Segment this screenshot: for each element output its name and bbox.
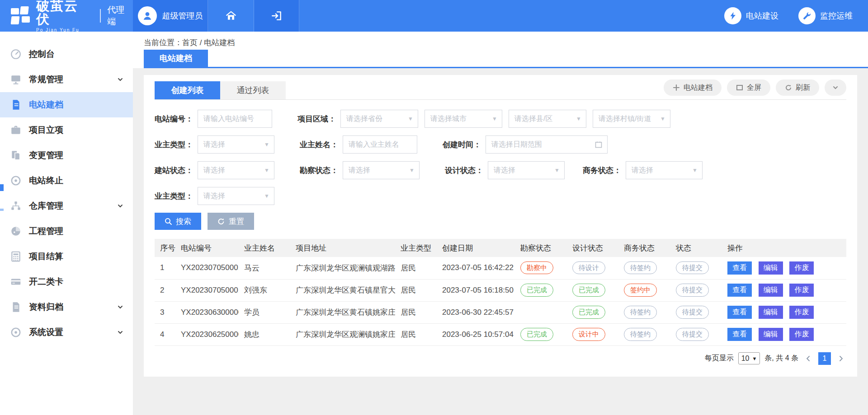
view-button[interactable]: 查看 <box>727 261 752 275</box>
status-badge: 签约中 <box>624 284 657 296</box>
monitor-icon <box>10 74 22 85</box>
sidebar-item-label: 电站建档 <box>29 99 63 111</box>
sidebar-item-label: 电站终止 <box>29 175 63 187</box>
caret-down-icon: ▼ <box>264 167 269 173</box>
refresh-button[interactable]: 刷新 <box>776 79 819 96</box>
void-button[interactable]: 作废 <box>789 306 814 319</box>
filter-form: 电站编号： 项目区域： 请选择省份▼ 请选择城市▼ 请选择县/区▼ 请选择村镇/… <box>155 100 846 205</box>
reset-icon <box>217 218 225 225</box>
user-name-label: 超级管理员 <box>162 10 203 21</box>
void-button[interactable]: 作废 <box>789 261 814 275</box>
create-station-button[interactable]: 电站建档 <box>664 79 722 96</box>
sidebar-item-label: 工程管理 <box>29 225 63 237</box>
caret-down-icon: ▼ <box>554 167 560 173</box>
sidebar-item-project-approval[interactable]: 项目立项 <box>0 117 133 143</box>
status-badge: 待提交 <box>676 284 709 296</box>
document-icon <box>10 99 22 111</box>
station-code-input[interactable] <box>198 110 272 128</box>
sidebar-item-label: 项目立项 <box>29 124 63 136</box>
nav-monitor-ops[interactable]: 监控运维 <box>798 7 853 24</box>
status-badge: 待提交 <box>676 328 709 340</box>
sidebar-item-warehouse-mgmt[interactable]: 仓库管理 <box>0 193 133 219</box>
col-type: 业主类型 <box>395 239 437 257</box>
sidebar-item-console[interactable]: 控制台 <box>0 42 133 67</box>
void-button[interactable]: 作废 <box>789 284 814 297</box>
edit-button[interactable]: 编辑 <box>759 284 783 297</box>
status-badge: 设计中 <box>572 328 605 340</box>
survey-status-select[interactable]: 请选择▼ <box>343 161 420 179</box>
settings-target-icon <box>10 326 22 338</box>
copy-icon <box>10 149 22 161</box>
sidebar-item-label: 常规管理 <box>29 74 63 85</box>
logout-button[interactable] <box>254 0 299 32</box>
city-select[interactable]: 请选择城市▼ <box>425 110 502 128</box>
sidebar-item-station-archive[interactable]: 电站建档 <box>0 92 133 117</box>
breadcrumb-path[interactable]: 首页 / 电站建档 <box>182 37 235 48</box>
logo-icon <box>10 5 31 26</box>
page-number-current[interactable]: 1 <box>818 352 831 365</box>
sidebar-item-open-type2-card[interactable]: 开二类卡 <box>0 269 133 294</box>
calendar-icon <box>594 140 603 149</box>
status-badge: 已完成 <box>572 284 605 296</box>
sidebar-item-project-settlement[interactable]: 项目结算 <box>0 244 133 269</box>
status-badge: 勘察中 <box>520 261 553 274</box>
portal-label: 代理端 <box>100 9 133 23</box>
prev-page-button[interactable] <box>803 355 814 362</box>
edit-button[interactable]: 编辑 <box>759 306 783 319</box>
owner-name-input[interactable] <box>343 135 417 154</box>
owner-type-select[interactable]: 请选择▼ <box>198 135 274 154</box>
current-user[interactable]: 超级管理员 <box>133 0 208 32</box>
caret-down-icon: ▼ <box>576 116 581 122</box>
sidebar-item-engineering-mgmt[interactable]: 工程管理 <box>0 219 133 244</box>
business-status-select[interactable]: 请选择▼ <box>626 161 703 179</box>
brand-name: 破茧云伏 <box>36 0 92 26</box>
view-button[interactable]: 查看 <box>727 328 752 341</box>
home-button[interactable] <box>208 0 254 32</box>
county-select[interactable]: 请选择县/区▼ <box>509 110 586 128</box>
town-select[interactable]: 请选择村镇/街道▼ <box>593 110 670 128</box>
edit-button[interactable]: 编辑 <box>759 261 783 275</box>
status-badge: 待签约 <box>624 306 657 318</box>
col-address: 项目地址 <box>290 239 395 257</box>
refresh-icon <box>785 84 792 91</box>
col-owner: 业主姓名 <box>239 239 290 257</box>
caret-down-icon: ▼ <box>264 141 269 148</box>
record-circle-icon <box>10 175 22 187</box>
province-select[interactable]: 请选择省份▼ <box>340 110 418 128</box>
survey-status-label: 勘察状态： <box>300 165 338 176</box>
build-status-select[interactable]: 请选择▼ <box>198 161 274 179</box>
edit-button[interactable]: 编辑 <box>759 328 783 341</box>
tab-passed-list[interactable]: 通过列表 <box>220 81 286 99</box>
sidebar-item-change-mgmt[interactable]: 变更管理 <box>0 143 133 168</box>
sidebar-item-station-terminate[interactable]: 电站终止 <box>0 168 133 193</box>
sidebar-item-system-settings[interactable]: 系统设置 <box>0 320 133 345</box>
view-button[interactable]: 查看 <box>727 306 752 319</box>
chevron-down-icon <box>832 84 839 91</box>
total-count-label: 条, 共 4 条 <box>764 354 798 363</box>
brand-logo: 破茧云伏 Po Jian Yun Fu 代理端 <box>0 0 133 32</box>
reset-button[interactable]: 重置 <box>208 213 254 230</box>
view-button[interactable]: 查看 <box>727 284 752 297</box>
main-panel: 创建列表 通过列表 电站建档 全屏 <box>144 75 857 377</box>
nav-station-build[interactable]: 电站建设 <box>724 7 778 24</box>
collapse-button[interactable] <box>825 79 846 96</box>
sidebar-item-label: 控制台 <box>29 48 55 60</box>
design-status-select[interactable]: 请选择▼ <box>488 161 565 179</box>
date-range-input[interactable]: 请选择日期范围 <box>486 135 608 154</box>
void-button[interactable]: 作废 <box>789 328 814 341</box>
per-page-select[interactable]: 10 ▼ <box>738 352 760 364</box>
caret-down-icon: ▼ <box>660 116 665 122</box>
sidebar-item-label: 开二类卡 <box>29 276 63 288</box>
page-tab-station-archive[interactable]: 电站建档 <box>144 50 208 67</box>
fullscreen-button[interactable]: 全屏 <box>727 79 770 96</box>
pagination: 每页显示 10 ▼ 条, 共 4 条 1 <box>155 352 846 365</box>
col-business: 商务状态 <box>618 239 670 257</box>
caret-down-icon: ▼ <box>409 167 415 173</box>
search-button[interactable]: 搜索 <box>155 213 201 230</box>
owner-type2-select[interactable]: 请选择▼ <box>198 187 274 205</box>
sidebar-item-data-archive[interactable]: 资料归档 <box>0 294 133 320</box>
sidebar-item-general-mgmt[interactable]: 常规管理 <box>0 67 133 92</box>
col-code: 电站编号 <box>175 239 239 257</box>
tab-create-list[interactable]: 创建列表 <box>155 81 220 99</box>
next-page-button[interactable] <box>835 355 846 362</box>
